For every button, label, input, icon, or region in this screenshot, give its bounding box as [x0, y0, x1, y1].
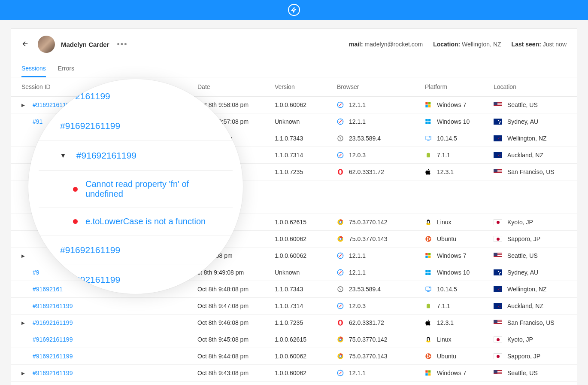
user-name: Madelyn Carder [61, 41, 109, 48]
cell-date: Oct 8th 9:46:08 pm [197, 319, 275, 326]
cell-browser: 12.1.1 [337, 101, 425, 108]
cell-location: Wellington, NZ [494, 286, 567, 293]
meta-location: Location: Wellington, NZ [433, 41, 501, 48]
platform-icon [425, 269, 432, 276]
meta-lastseen: Last seen: Just now [512, 41, 567, 48]
platform-icon [425, 336, 432, 343]
cell-location: Kyoto, JP [494, 219, 567, 226]
table-row[interactable]: #91692161199Oct 8th 9:47:08 pm1.1.0.7314… [11, 298, 577, 315]
svg-rect-44 [428, 273, 430, 275]
browser-icon [337, 152, 344, 159]
meta-mail: mail: madelyn@rocket.com [349, 41, 423, 48]
expand-icon[interactable]: ▶ [21, 321, 27, 325]
cell-version: 1.1.0.7314 [275, 302, 337, 309]
cell-location: Seattle, US [494, 252, 567, 259]
col-platform: Platform [425, 83, 494, 90]
chevron-down-icon[interactable]: ▼ [60, 152, 66, 159]
mag-error-row[interactable]: e.toLowerCase is not a function [39, 208, 233, 235]
svg-point-33 [427, 237, 428, 238]
bolt-icon [288, 4, 300, 16]
table-row[interactable]: #91692161199Oct 8th 9:44:08 pm1.0.0.6006… [11, 348, 577, 365]
cell-platform: Windows 7 [425, 370, 494, 376]
cell-platform: Linux [425, 336, 494, 343]
cell-browser: 12.1.1 [337, 269, 425, 276]
svg-rect-72 [428, 370, 430, 373]
session-id-link[interactable]: #91692161199 [33, 353, 73, 360]
cell-platform [425, 185, 494, 192]
cell-date: Oct 8th 9:44:08 pm [197, 353, 275, 360]
cell-version: Unknown [275, 269, 337, 276]
flag-icon [494, 336, 502, 342]
col-location: Location [494, 83, 567, 90]
cell-version: 1.0.0.60062 [275, 370, 337, 376]
cell-version: 1.0.0.60062 [275, 252, 337, 259]
svg-point-25 [427, 221, 428, 221]
tab-errors[interactable]: Errors [58, 61, 74, 77]
mag-session-row[interactable]: #91692161199 [39, 111, 233, 141]
expand-icon[interactable]: ▶ [21, 103, 27, 107]
cell-platform: Linux [425, 219, 494, 226]
platform-icon [425, 118, 432, 125]
svg-text:?: ? [339, 136, 342, 141]
svg-point-48 [429, 287, 430, 288]
table-row[interactable]: #91692161199Oct 8th 9:45:08 pm1.0.0.6261… [11, 331, 577, 348]
svg-rect-3 [425, 105, 427, 107]
session-id-link[interactable]: #91692161199 [33, 302, 73, 309]
flag-icon [494, 236, 502, 242]
session-id-link[interactable]: #91 [33, 118, 42, 125]
expand-icon[interactable]: ▶ [21, 254, 27, 258]
back-button[interactable] [21, 40, 29, 49]
cell-date: Oct 8th 9:45:08 pm [197, 336, 275, 343]
more-actions-button[interactable]: ••• [117, 40, 128, 49]
table-row[interactable]: #91692161199Oct 8th 9:52:08 pmUnknown12.… [11, 382, 577, 385]
flag-icon [494, 303, 502, 309]
table-row[interactable]: ▶#91692161199Oct 8th 9:46:08 pm1.1.0.723… [11, 315, 577, 331]
cell-platform: 10.14.5 [425, 286, 494, 293]
main-panel: Madelyn Carder ••• mail: madelyn@rocket.… [11, 28, 577, 385]
session-id-link[interactable]: #91692161199 [33, 370, 73, 376]
browser-icon [337, 185, 344, 192]
svg-point-18 [339, 170, 341, 174]
session-id-link[interactable]: #91692161199 [33, 319, 73, 326]
flag-icon [494, 253, 502, 259]
session-id-link[interactable]: #9 [33, 269, 39, 276]
browser-icon [337, 101, 344, 108]
cell-browser: ?23.53.589.4 [337, 286, 425, 293]
platform-icon [425, 319, 432, 326]
cell-version: Unknown [275, 118, 337, 125]
mag-session-row[interactable]: #91692161199 [39, 235, 233, 265]
sessions-table: Session ID Date Version Browser Platform… [11, 77, 577, 385]
cell-browser: 75.0.3770.143 [337, 235, 425, 242]
cell-browser: 12.0.3 [337, 152, 425, 159]
svg-point-68 [427, 354, 428, 355]
flag-icon [494, 370, 502, 376]
flag-icon [494, 353, 502, 359]
cell-location: Seattle, US [494, 101, 567, 108]
session-id-link[interactable]: #91692161 [33, 286, 63, 293]
top-bar [0, 0, 588, 20]
tab-sessions[interactable]: Sessions [21, 61, 46, 77]
cell-browser: 12.1.1 [337, 252, 425, 259]
flag-icon [494, 102, 502, 108]
cell-location: Auckland, NZ [494, 302, 567, 309]
avatar [38, 36, 55, 53]
browser-icon: ? [337, 286, 344, 293]
platform-icon [425, 302, 432, 309]
mag-session-row-expanded[interactable]: ▼#91692161199 [39, 141, 233, 171]
svg-point-60 [427, 338, 428, 339]
cell-platform: Windows 7 [425, 101, 494, 108]
table-row[interactable]: ▶#91692161199Oct 8th 9:43:08 pm1.0.0.600… [11, 365, 577, 382]
svg-point-13 [429, 136, 430, 138]
expand-icon[interactable]: ▶ [21, 371, 27, 376]
session-id-link[interactable]: #91692161199 [33, 336, 73, 343]
platform-icon [425, 101, 432, 108]
cell-platform: 12.3.1 [425, 168, 494, 175]
platform-icon [425, 168, 432, 175]
cell-browser: ?23.53.589.4 [337, 135, 425, 142]
browser-icon [337, 235, 344, 242]
cell-location: San Franciso, US [494, 168, 567, 175]
cell-version: 1.0.0.62615 [275, 219, 337, 226]
mag-error-row[interactable]: Cannot read property 'fn' of undefined [39, 171, 233, 208]
cell-version: 1.1.0.7235 [275, 168, 337, 175]
svg-rect-38 [425, 256, 427, 258]
